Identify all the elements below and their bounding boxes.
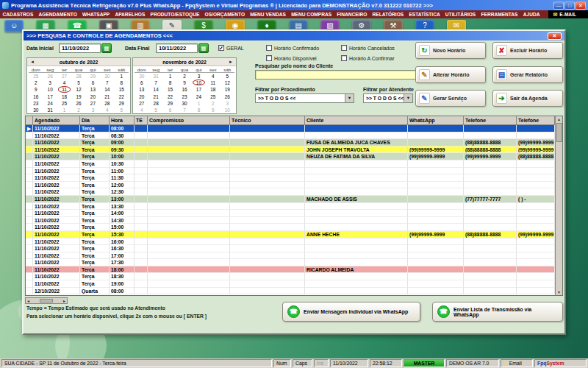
calendar-day[interactable]: 2 bbox=[177, 73, 191, 79]
grid-row[interactable]: 11/10/2022Terça17:00 bbox=[26, 252, 555, 260]
calendar-day[interactable]: 22 bbox=[163, 93, 177, 100]
grid-row[interactable]: 11/10/2022Terça17:30 bbox=[26, 259, 555, 266]
calendar-day[interactable]: 25 bbox=[29, 73, 43, 79]
calendar-day[interactable]: 20 bbox=[135, 93, 148, 100]
calendar-day[interactable]: 29 bbox=[115, 100, 129, 107]
calendar-day[interactable]: 30 bbox=[29, 107, 43, 113]
calendar-day[interactable]: 28 bbox=[148, 100, 162, 107]
calendar-november[interactable]: ►novembro de 2022domsegterquaquisexsáb30… bbox=[132, 57, 237, 114]
calendar-day[interactable]: 15 bbox=[163, 86, 177, 93]
calendar-day[interactable]: 13 bbox=[135, 86, 148, 93]
checkbox-geral[interactable]: ✓GERAL bbox=[218, 45, 244, 51]
calendar-day[interactable]: 24 bbox=[192, 93, 206, 100]
calendar-day[interactable]: 4 bbox=[206, 73, 220, 79]
calendar-day[interactable]: 14 bbox=[148, 86, 162, 93]
grid-header-cell[interactable]: Telefone bbox=[517, 116, 555, 125]
checkbox-box[interactable] bbox=[341, 55, 347, 61]
grid-row[interactable]: 11/10/2022Terça11:30 bbox=[26, 174, 555, 182]
grid-row[interactable]: 11/10/2022Terça11:00 bbox=[26, 168, 555, 175]
grid-row[interactable]: ▶11/10/2022Terça08:00 bbox=[26, 125, 555, 132]
calendar-day[interactable]: 25 bbox=[57, 100, 71, 107]
menu-item-cadastros[interactable]: CADASTROS bbox=[0, 12, 36, 17]
grid-row[interactable]: 11/10/2022Terça16:30 bbox=[26, 245, 555, 252]
grid-row[interactable]: 11/10/2022Terça15:30ANNE HECHE(99)99999-… bbox=[26, 231, 555, 238]
calendar-day[interactable]: 17 bbox=[43, 93, 57, 100]
gerar-servico-button[interactable]: ✎Gerar Serviço bbox=[415, 90, 486, 107]
calendar-day[interactable]: 5 bbox=[148, 107, 162, 113]
calendar-day[interactable]: 5 bbox=[115, 107, 129, 113]
grid-header-cell[interactable]: Hora bbox=[110, 116, 135, 125]
menu-item-relat-rios[interactable]: RELATÓRIOS bbox=[370, 12, 406, 17]
data-inicial-field[interactable]: 11/10/2022 bbox=[59, 43, 101, 53]
grid-row[interactable]: 11/10/2022Terça10:30 bbox=[26, 160, 555, 168]
dialog-close-button[interactable]: ✕ bbox=[548, 32, 562, 40]
checkbox-box[interactable] bbox=[341, 45, 347, 51]
grid-row[interactable]: 11/10/2022Terça14:00 bbox=[26, 210, 555, 217]
calendar-day[interactable]: 8 bbox=[163, 79, 177, 86]
calendar-day[interactable]: 2 bbox=[29, 79, 43, 86]
grid-row[interactable]: 12/10/2022Quarta08:00 bbox=[26, 288, 555, 295]
menu-item-ferramentas[interactable]: FERRAMENTAS bbox=[478, 12, 520, 17]
calendar-day[interactable]: 1 bbox=[57, 107, 71, 113]
novo-horario-button[interactable]: ↻Novo Horário bbox=[415, 42, 486, 59]
close-button[interactable]: ✕ bbox=[576, 1, 586, 10]
calendar-day[interactable]: 26 bbox=[220, 93, 234, 100]
calendar-day[interactable]: 22 bbox=[115, 93, 129, 100]
calendar-day[interactable]: 31 bbox=[43, 107, 57, 113]
calendar-day[interactable]: 23 bbox=[177, 93, 191, 100]
calendar-day[interactable]: 28 bbox=[71, 73, 85, 79]
grid-horizontal-scrollbar[interactable]: ◄ ► bbox=[25, 297, 68, 304]
calendar-day[interactable]: 12 bbox=[220, 79, 234, 86]
enviar-mensagem-individual-button[interactable]: ☎ Enviar Mensagem Individual via WhatsAp… bbox=[282, 302, 420, 322]
calendar-day[interactable]: 29 bbox=[163, 100, 177, 107]
calendar-prev-icon[interactable]: ◄ bbox=[30, 60, 35, 64]
checkbox-box[interactable]: ✓ bbox=[218, 45, 224, 51]
grid-header-cell[interactable]: Técnico bbox=[230, 116, 305, 125]
calendar-day[interactable]: 30 bbox=[177, 100, 191, 107]
grid-header-cell[interactable]: WhatsApp bbox=[408, 116, 464, 125]
scroll-down-icon[interactable]: ▼ bbox=[557, 289, 561, 295]
calendar-day[interactable]: 3 bbox=[43, 79, 57, 86]
calendar-day[interactable]: 6 bbox=[135, 79, 148, 86]
grid-row[interactable]: 11/10/2022Terça10:00NEUZA DE FATIMA DA S… bbox=[26, 153, 555, 160]
menu-item-financeiro[interactable]: FINANCEIRO bbox=[334, 12, 370, 17]
menu-item-agendamento[interactable]: AGENDAMENTO bbox=[36, 12, 79, 17]
calendar-day[interactable]: 9 bbox=[29, 86, 43, 93]
calendar-day[interactable]: 10 bbox=[43, 86, 57, 93]
menu-item-estat-stica[interactable]: ESTATÍSTICA bbox=[406, 12, 442, 17]
menu-item-utilit-rios[interactable]: UTILITÁRIOS bbox=[442, 12, 478, 17]
calendar-day[interactable]: 25 bbox=[206, 93, 220, 100]
calendar-day[interactable]: 20 bbox=[86, 93, 100, 100]
hscroll-thumb[interactable] bbox=[40, 299, 53, 302]
checkbox-hor-rio-dispon-vel[interactable]: Horário Disponível bbox=[266, 55, 317, 61]
calendar-day[interactable]: 1 bbox=[163, 73, 177, 79]
calendar-day[interactable]: 17 bbox=[192, 86, 206, 93]
calendar-day[interactable]: 10 bbox=[192, 79, 206, 86]
calendar-day[interactable]: 1 bbox=[115, 73, 129, 79]
grid-row[interactable]: 11/10/2022Terça13:30 bbox=[26, 203, 555, 210]
data-final-field[interactable]: 10/11/2022 bbox=[156, 43, 198, 53]
grid-header-cell[interactable] bbox=[26, 116, 33, 125]
calendar-day[interactable]: 3 bbox=[220, 100, 234, 107]
grid-row[interactable]: 11/10/2022Terça08:30 bbox=[26, 132, 555, 140]
calendar-day[interactable]: 21 bbox=[148, 93, 162, 100]
grid-row[interactable]: 11/10/2022Terça12:00 bbox=[26, 182, 555, 189]
grid-row[interactable]: 11/10/2022Terça12:30 bbox=[26, 188, 555, 196]
search-input[interactable] bbox=[255, 70, 418, 79]
calendar-day[interactable]: 26 bbox=[71, 100, 85, 107]
grid-row[interactable]: 11/10/2022Terça16:00 bbox=[26, 238, 555, 246]
calendar-day[interactable]: 1 bbox=[192, 100, 206, 107]
calendar-next-icon[interactable]: ► bbox=[229, 60, 233, 64]
alterar-horario-button[interactable]: ✎Alterar Horário bbox=[415, 66, 486, 83]
calendar-day[interactable]: 11 bbox=[206, 79, 220, 86]
grid-row[interactable]: 11/10/2022Terça15:00 bbox=[26, 224, 555, 231]
checkbox-box[interactable] bbox=[266, 45, 272, 51]
filter-atendente-select[interactable]: >> T O D O S << bbox=[363, 93, 413, 103]
calendar-day[interactable]: 5 bbox=[220, 73, 234, 79]
scroll-thumb[interactable] bbox=[556, 123, 562, 142]
calendar-day[interactable]: 18 bbox=[57, 93, 71, 100]
data-inicial-calendar-button[interactable]: ▦ bbox=[101, 43, 112, 53]
grid-header-cell[interactable]: Cliente bbox=[305, 116, 408, 125]
calendar-day[interactable]: 8 bbox=[192, 107, 206, 113]
calendar-day[interactable]: 6 bbox=[163, 107, 177, 113]
